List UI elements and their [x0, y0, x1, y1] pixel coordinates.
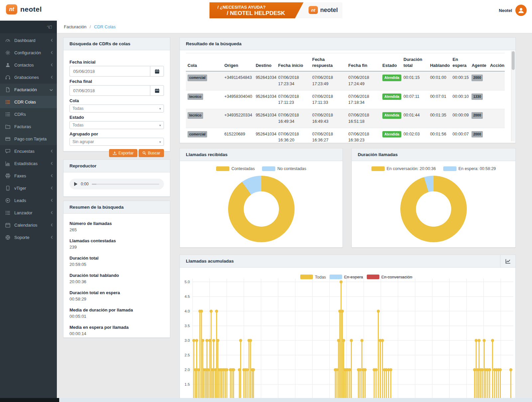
chevron-down-icon: [50, 87, 53, 92]
chevron-left-icon: [51, 75, 53, 80]
page-horizontal-scrollbar-thumb[interactable]: [0, 398, 59, 402]
sidebar-item-facturaci-n[interactable]: Facturación: [0, 84, 57, 96]
sidebar-item-contactos[interactable]: Contactos: [0, 59, 57, 71]
legend-item[interactable]: No contestadas: [262, 166, 306, 171]
badge-agente: 1330: [471, 94, 482, 100]
cell-duracion: 00:07:11: [402, 90, 429, 109]
column-header: Destino: [254, 53, 277, 71]
duracion-llamadas-legend: En conversación: 20:00:36En espera: 00:5…: [352, 166, 515, 171]
buscar-button[interactable]: Buscar: [139, 149, 164, 157]
sidebar-item-label: Leads: [14, 198, 51, 203]
legend-item[interactable]: Contestadas: [216, 166, 255, 171]
sidebar-item-soporte[interactable]: Soporte: [0, 231, 57, 244]
summary-item: Duración total20:59:05: [69, 256, 164, 267]
sidebar-item-calendarios[interactable]: Calendarios: [0, 219, 57, 231]
sidebar-item-configuraci-n[interactable]: Configuración: [0, 47, 57, 59]
player-panel-title: Reproductor: [64, 160, 170, 172]
breadcrumb-current[interactable]: CDR Colas: [94, 24, 116, 29]
svg-text:2.5: 2.5: [185, 353, 190, 357]
summary-panel: Resumen de la búsqueda Número de llamada…: [63, 201, 170, 338]
cola-select[interactable]: Todas ▾: [69, 104, 164, 112]
summary-item-value: 00:58:29: [69, 297, 164, 302]
table-row[interactable]: tecnico+3495830404095264103407/06/201817…: [186, 90, 505, 109]
legend-item[interactable]: En conversación: 20:00:36: [371, 166, 436, 171]
sidebar-item-label: vTiger: [14, 186, 51, 191]
cell-origen: +34935220334: [223, 109, 254, 128]
fecha-final-input[interactable]: [69, 85, 150, 96]
app-logo[interactable]: nt neotel: [6, 4, 42, 14]
legend-swatch: [443, 166, 457, 171]
fecha-inicial-calendar-button[interactable]: [150, 66, 164, 77]
column-header: Fecha fin: [347, 53, 381, 71]
agrupado-select[interactable]: Sin agrupar ▾: [69, 138, 164, 146]
cell-hablando: 00:01:56: [428, 128, 451, 143]
legend-item[interactable]: En espera: 00:58:29: [443, 166, 496, 171]
table-row[interactable]: comercial61522068995264103407/06/201816:…: [186, 128, 505, 143]
play-icon[interactable]: [74, 182, 77, 186]
legend-label: No contestadas: [277, 166, 306, 171]
cell-respuesta: 07/06/201816:36:27: [311, 128, 347, 143]
sidebar-item-vtiger[interactable]: vTiger: [0, 182, 57, 194]
badge-agente: 2000: [471, 112, 482, 119]
audio-player[interactable]: 0:00: [69, 179, 164, 189]
audio-progress[interactable]: [92, 184, 159, 185]
results-scrollbar-thumb[interactable]: [512, 51, 515, 70]
cell-duracion: 00:02:03: [402, 128, 429, 143]
sidebar-item-pago-con-tarjeta[interactable]: Pago con Tarjeta: [0, 133, 57, 145]
chevron-left-icon: [51, 223, 53, 228]
cola-select-value: Todas: [72, 106, 83, 111]
helpdesk-line2: / NEOTEL HELPDESK: [227, 10, 285, 17]
fecha-final-calendar-button[interactable]: [150, 85, 164, 96]
sidebar-item-estad-sticas[interactable]: Estadísticas: [0, 157, 57, 170]
llamadas-recibidas-legend: ContestadasNo contestadas: [180, 166, 342, 171]
helpdesk-banner[interactable]: / ¿NECESITAS AYUDA? / NEOTEL HELPDESK nt…: [209, 2, 342, 18]
file-icon: [5, 88, 11, 92]
column-header: Acción: [488, 53, 505, 71]
table-row[interactable]: comercial+3491145484395264103407/06/2018…: [186, 71, 505, 90]
sidebar-item-leads[interactable]: Leads: [0, 194, 57, 207]
cell-estado: Atendida: [381, 109, 402, 128]
column-header: Hablando: [428, 53, 451, 71]
summary-item-value: 20:00:36: [69, 279, 164, 284]
sidebar-item-dashboard[interactable]: Dashboard: [0, 34, 57, 47]
sidebar-toggle[interactable]: ☜: [0, 21, 57, 33]
line-chart-icon: [505, 259, 511, 264]
logo-nt-icon: nt: [6, 4, 17, 14]
user-menu[interactable]: Neotel: [499, 5, 527, 16]
cell-cola: tecnico: [186, 109, 223, 128]
breadcrumb-parent[interactable]: Facturación: [64, 24, 86, 29]
duracion-llamadas-title: Duración llamadas: [352, 148, 515, 161]
sidebar-item-cdrs[interactable]: CDRs: [0, 108, 57, 120]
sidebar-item-faxes[interactable]: Faxes: [0, 170, 57, 182]
tablet-icon: [5, 186, 11, 191]
page-horizontal-scrollbar[interactable]: [0, 398, 532, 402]
legend-swatch: [371, 166, 385, 171]
cell-espera: 00:00:10: [451, 90, 470, 109]
sidebar-item-facturas[interactable]: Facturas: [0, 120, 57, 133]
llamadas-acumuladas-panel: Llamadas acumuladas 5.04.54.03.53.02.52.…: [180, 255, 516, 402]
chevron-left-icon: [51, 173, 53, 178]
fecha-final-label: Fecha final: [69, 79, 164, 84]
sidebar-item-cdr-colas[interactable]: CDR Colas: [0, 96, 57, 108]
stem-chart-svg: 5.04.54.03.53.02.52.01.5TodasEn esperaEn…: [180, 268, 515, 402]
sidebar-item-lanzador[interactable]: Lanzador: [0, 207, 57, 219]
sidebar-item-encuestas[interactable]: Encuestas: [0, 145, 57, 157]
cell-inicio: 07/06/201816:36:20: [277, 128, 311, 143]
legend-label: Contestadas: [231, 166, 255, 171]
table-row[interactable]: tecnico+3493522033495264103407/06/201816…: [186, 109, 505, 128]
legend-label: En conversación: 20:00:36: [387, 166, 436, 171]
exportar-label: Exportar: [118, 151, 133, 155]
summary-item-label: Número de llamadas: [69, 221, 164, 226]
summary-item: Media en espera por llamada00:00:14: [69, 325, 164, 336]
sidebar-item-grabaciones[interactable]: Grabaciones: [0, 71, 57, 84]
estado-select-value: Todas: [72, 123, 83, 127]
svg-text:4.5: 4.5: [185, 295, 190, 299]
sidebar-item-label: Pago con Tarjeta: [14, 136, 53, 141]
fecha-inicial-input[interactable]: [69, 66, 150, 77]
chart-options-button[interactable]: [500, 255, 515, 268]
avatar[interactable]: [515, 5, 527, 16]
estado-select[interactable]: Todas ▾: [69, 121, 164, 129]
exportar-button[interactable]: Exportar: [109, 149, 137, 157]
sidebar-item-label: Facturas: [14, 124, 53, 129]
results-scrollbar[interactable]: [511, 51, 515, 141]
